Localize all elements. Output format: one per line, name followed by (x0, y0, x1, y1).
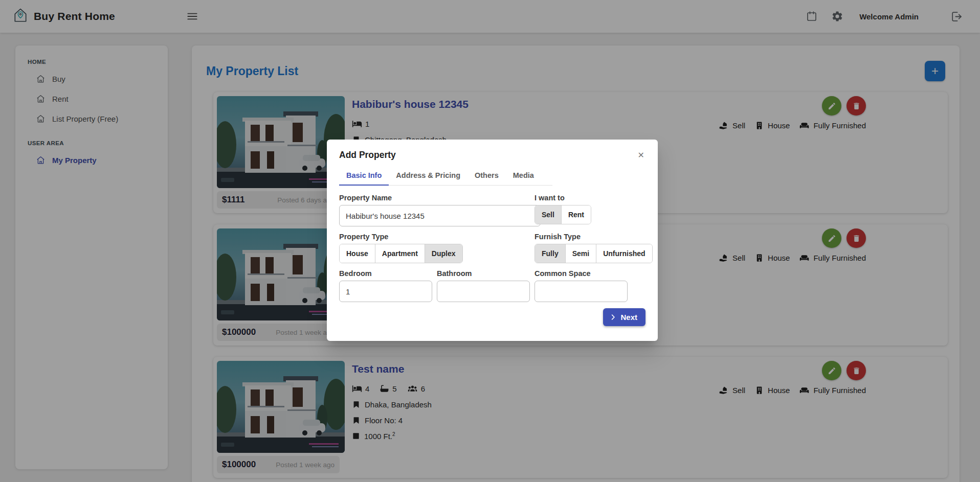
rent-toggle[interactable]: Rent (561, 205, 591, 224)
property-type-label: Property Type (339, 233, 534, 241)
furnish-type-label: Furnish Type (534, 233, 645, 241)
i-want-to-toggle: Sell Rent (534, 205, 591, 224)
tab-media[interactable]: Media (506, 166, 541, 185)
i-want-to-label: I want to (534, 194, 645, 202)
bedroom-label: Bedroom (339, 269, 437, 278)
next-button-label: Next (620, 313, 637, 322)
bedroom-input[interactable] (339, 281, 432, 302)
property-name-label: Property Name (339, 194, 534, 202)
close-button[interactable]: ✕ (637, 150, 645, 160)
tab-address-pricing[interactable]: Address & Pricing (389, 166, 467, 185)
semi-toggle[interactable]: Semi (565, 244, 596, 263)
basic-info-form: Property Name I want to Sell Rent Proper… (339, 194, 645, 302)
fully-toggle[interactable]: Fully (535, 244, 565, 263)
tab-basic-info[interactable]: Basic Info (339, 166, 389, 185)
common-space-input[interactable] (534, 281, 628, 302)
house-toggle[interactable]: House (340, 244, 375, 263)
duplex-toggle[interactable]: Duplex (425, 244, 462, 263)
property-name-input[interactable] (339, 205, 541, 226)
modal-title: Add Property (339, 150, 396, 160)
modal-tabs: Basic Info Address & Pricing Others Medi… (339, 166, 552, 186)
common-space-label: Common Space (534, 269, 645, 278)
tab-others[interactable]: Others (467, 166, 506, 185)
furnish-type-toggle: Fully Semi Unfurnished (534, 244, 653, 263)
sell-toggle[interactable]: Sell (535, 205, 561, 224)
property-type-toggle: House Apartment Duplex (339, 244, 463, 263)
bathroom-label: Bathroom (437, 269, 534, 278)
add-property-modal: Add Property ✕ Basic Info Address & Pric… (327, 140, 658, 341)
next-button[interactable]: Next (603, 308, 645, 326)
apartment-toggle[interactable]: Apartment (375, 244, 425, 263)
unfurnished-toggle[interactable]: Unfurnished (596, 244, 652, 263)
chevron-right-icon (609, 313, 617, 321)
bathroom-input[interactable] (437, 281, 530, 302)
